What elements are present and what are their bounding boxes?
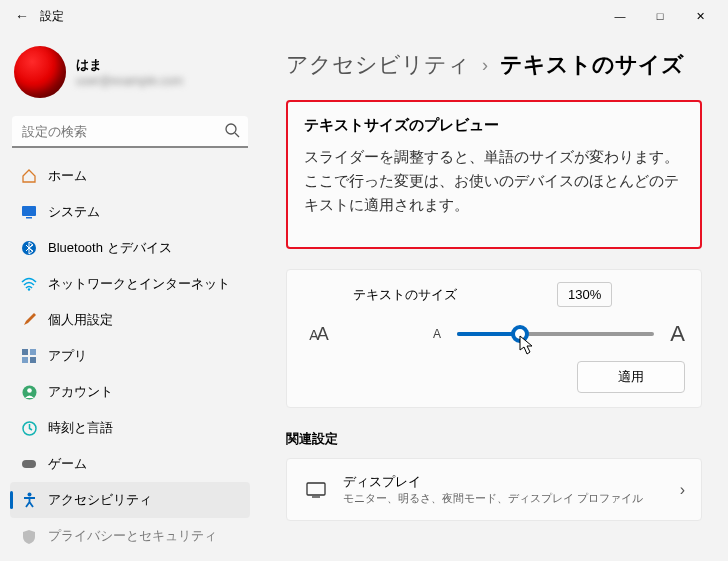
sidebar-item-time[interactable]: 時刻と言語	[10, 410, 250, 446]
related-item-subtitle: モニター、明るさ、夜間モード、ディスプレイ プロファイル	[343, 491, 666, 506]
sidebar-item-label: ネットワークとインターネット	[48, 275, 230, 293]
slider-min-icon: A	[433, 327, 441, 341]
minimize-button[interactable]: —	[600, 0, 640, 32]
sidebar-item-system[interactable]: システム	[10, 194, 250, 230]
text-size-preview: テキストサイズのプレビュー スライダーを調整すると、単語のサイズが変わります。こ…	[286, 100, 702, 249]
svg-point-11	[27, 388, 32, 393]
clock-icon	[20, 419, 38, 437]
text-aa-small-icon: AA	[303, 324, 333, 345]
sidebar-item-label: アクセシビリティ	[48, 491, 152, 509]
svg-rect-2	[22, 206, 36, 216]
user-name: はま	[76, 56, 183, 74]
svg-point-14	[27, 493, 31, 497]
sidebar-item-network[interactable]: ネットワークとインターネット	[10, 266, 250, 302]
sidebar-item-bluetooth[interactable]: Bluetooth とデバイス	[10, 230, 250, 266]
svg-rect-13	[22, 460, 36, 468]
user-email: user@example.com	[76, 74, 183, 88]
preview-body: スライダーを調整すると、単語のサイズが変わります。ここで行った変更は、お使いのデ…	[304, 145, 684, 217]
sidebar-item-label: アカウント	[48, 383, 113, 401]
system-icon	[20, 203, 38, 221]
sidebar-item-label: ホーム	[48, 167, 87, 185]
svg-rect-6	[22, 349, 28, 355]
avatar	[14, 46, 66, 98]
sidebar-item-label: Bluetooth とデバイス	[48, 239, 172, 257]
sidebar-item-accessibility[interactable]: アクセシビリティ	[10, 482, 250, 518]
page-title: テキストのサイズ	[500, 50, 684, 80]
apps-icon	[20, 347, 38, 365]
search-input[interactable]	[12, 116, 248, 148]
svg-rect-15	[307, 483, 325, 495]
search-box[interactable]	[12, 116, 248, 148]
back-button[interactable]: ←	[8, 8, 36, 24]
bluetooth-icon	[20, 239, 38, 257]
close-button[interactable]: ✕	[680, 0, 720, 32]
cursor-icon	[519, 335, 535, 360]
game-icon	[20, 455, 38, 473]
sidebar-item-label: アプリ	[48, 347, 87, 365]
sidebar-item-label: ゲーム	[48, 455, 87, 473]
text-size-card: テキストのサイズ 130% AA A A 適用	[286, 269, 702, 408]
chevron-right-icon: ›	[680, 481, 685, 499]
svg-rect-9	[30, 357, 36, 363]
accessibility-icon	[20, 491, 38, 509]
sidebar-item-label: 時刻と言語	[48, 419, 113, 437]
maximize-button[interactable]: □	[640, 0, 680, 32]
window-title: 設定	[40, 8, 64, 25]
svg-rect-8	[22, 357, 28, 363]
svg-rect-3	[26, 217, 32, 219]
sidebar-item-label: 個人用設定	[48, 311, 113, 329]
svg-rect-7	[30, 349, 36, 355]
wifi-icon	[20, 275, 38, 293]
related-item-title: ディスプレイ	[343, 473, 666, 491]
slider-value: 130%	[557, 282, 612, 307]
shield-icon	[20, 527, 38, 545]
sidebar-item-label: プライバシーとセキュリティ	[48, 527, 217, 545]
breadcrumb: アクセシビリティ › テキストのサイズ	[286, 50, 702, 80]
related-display-item[interactable]: ディスプレイ モニター、明るさ、夜間モード、ディスプレイ プロファイル ›	[286, 458, 702, 521]
slider-max-icon: A	[670, 321, 685, 347]
svg-point-0	[226, 124, 236, 134]
sidebar-item-game[interactable]: ゲーム	[10, 446, 250, 482]
user-block[interactable]: はま user@example.com	[10, 40, 250, 112]
breadcrumb-parent[interactable]: アクセシビリティ	[286, 50, 470, 80]
preview-heading: テキストサイズのプレビュー	[304, 116, 684, 135]
text-size-slider[interactable]	[457, 332, 654, 336]
related-section-title: 関連設定	[286, 430, 702, 448]
sidebar-item-home[interactable]: ホーム	[10, 158, 250, 194]
sidebar-nav: ホーム システム Bluetooth とデバイス ネットワークとインターネット …	[10, 158, 250, 553]
account-icon	[20, 383, 38, 401]
sidebar-item-account[interactable]: アカウント	[10, 374, 250, 410]
home-icon	[20, 167, 38, 185]
sidebar-item-personalize[interactable]: 個人用設定	[10, 302, 250, 338]
sidebar-item-privacy[interactable]: プライバシーとセキュリティ	[10, 518, 250, 553]
sidebar-item-label: システム	[48, 203, 100, 221]
search-icon	[224, 122, 240, 142]
svg-point-5	[28, 288, 30, 290]
apply-button[interactable]: 適用	[577, 361, 685, 393]
brush-icon	[20, 311, 38, 329]
slider-label: テキストのサイズ	[353, 286, 457, 304]
display-icon	[303, 482, 329, 498]
chevron-right-icon: ›	[482, 55, 488, 76]
svg-line-1	[235, 133, 239, 137]
sidebar-item-apps[interactable]: アプリ	[10, 338, 250, 374]
